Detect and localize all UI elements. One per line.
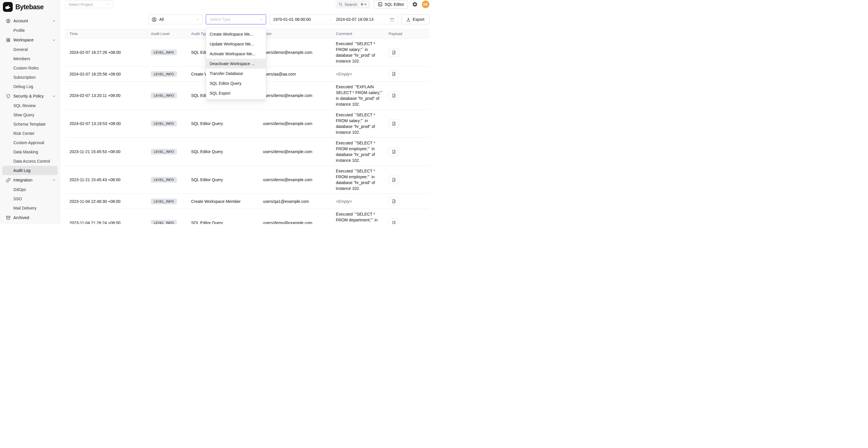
dropdown-option[interactable]: Activate Workspace Me... xyxy=(206,49,266,59)
file-text-icon xyxy=(392,72,396,76)
sidebar-item-label: Members xyxy=(13,57,30,61)
sidebar-item[interactable]: Subscription xyxy=(2,73,58,82)
sidebar-section-integration[interactable]: Integration xyxy=(0,175,60,185)
sidebar-section-archived[interactable]: Archived xyxy=(0,213,60,223)
col-comment: Comment xyxy=(336,29,389,38)
col-payload: Payload xyxy=(389,29,429,38)
user-avatar[interactable]: DE xyxy=(422,1,429,8)
dropdown-option[interactable]: Update Workspace Me... xyxy=(206,39,266,49)
file-text-icon xyxy=(392,221,396,224)
sidebar-item[interactable]: Audit Log xyxy=(2,166,58,175)
sidebar-item-label: Data Masking xyxy=(13,150,38,154)
payload-button[interactable] xyxy=(389,70,399,78)
comment-text: <Empty> xyxy=(336,71,384,77)
search-shortcut-badge: ⌘ K xyxy=(359,2,368,7)
comment-text: Executed `"EXPLAIN SELECT * FROM salary;… xyxy=(336,84,384,107)
sql-editor-button[interactable]: SQL Editor xyxy=(374,0,408,9)
sidebar-section-workspace[interactable]: Workspace xyxy=(0,35,60,45)
file-text-icon xyxy=(392,150,396,154)
settings-gear-icon[interactable] xyxy=(412,1,418,7)
type-filter-select[interactable]: Select Type xyxy=(206,14,266,24)
sidebar-item-label: Subscription xyxy=(13,75,36,79)
brand-home-link[interactable]: Bytebase xyxy=(0,0,60,14)
dropdown-option[interactable]: Create Workspace Me... xyxy=(206,29,266,39)
payload-button[interactable] xyxy=(389,91,399,100)
dropdown-option[interactable]: Transfer Database xyxy=(206,69,266,78)
sidebar-section-account[interactable]: Account xyxy=(0,16,60,26)
payload-button[interactable] xyxy=(389,176,399,184)
sidebar-item[interactable]: Custom Approval xyxy=(2,138,58,147)
actor-cell: users/demo@example.com xyxy=(263,82,336,110)
audit-level-cell: LEVEL_INFO xyxy=(151,110,191,138)
actor-cell: users/demo@example.com xyxy=(263,209,336,224)
sidebar-item[interactable]: SQL Review xyxy=(2,101,58,110)
shield-icon xyxy=(6,94,11,99)
col-time: Time xyxy=(65,29,151,38)
payload-button[interactable] xyxy=(389,48,399,57)
comment-cell: Executed `"SELECT * FROM employee;"` in … xyxy=(336,138,389,166)
sidebar-item[interactable]: Profile xyxy=(2,26,58,35)
time-cell: 2023-11-04 21:26:24 +08:00 xyxy=(65,209,151,224)
sidebar-item[interactable]: GitOps xyxy=(2,185,58,194)
audit-log-row: 2023-11-21 15:45:43 +08:00 LEVEL_INFO SQ… xyxy=(65,166,429,194)
time-cell: 2023-11-21 15:45:43 +08:00 xyxy=(65,166,151,194)
payload-button[interactable] xyxy=(389,219,399,224)
sidebar-item[interactable]: Data Masking xyxy=(2,147,58,157)
sidebar-item[interactable]: SSO xyxy=(2,194,58,203)
audit-level-badge: LEVEL_INFO xyxy=(151,198,177,204)
sidebar-item[interactable]: Data Access Control xyxy=(2,157,58,166)
section-label: Account xyxy=(13,19,50,23)
comment-cell: Executed `"SELECT * FROM salary;"` in da… xyxy=(336,38,389,67)
file-text-icon xyxy=(392,94,396,98)
actor-filter-select[interactable]: All xyxy=(148,14,203,24)
project-select[interactable]: Select Project xyxy=(65,1,113,8)
dropdown-option[interactable]: SQL Export xyxy=(206,88,266,98)
audit-level-badge: LEVEL_INFO xyxy=(151,71,177,77)
export-button[interactable]: Export xyxy=(401,14,429,24)
security-items: SQL Review Slow Query Schema Template Ri… xyxy=(0,101,60,175)
sidebar-nav: Account Profile Workspace xyxy=(0,14,60,223)
brand-name: Bytebase xyxy=(16,3,43,11)
date-range-picker[interactable]: 1970-01-01 08:00:00 → 2024-02-07 18:09:1… xyxy=(269,14,398,24)
actor-cell: users/demo@example.com xyxy=(263,110,336,138)
sidebar-item[interactable]: Debug Log xyxy=(2,82,58,91)
dropdown-option[interactable]: SQL Editor Query xyxy=(206,78,266,88)
chevron-down-icon xyxy=(52,19,56,23)
time-cell: 2023-11-21 15:45:53 +08:00 xyxy=(65,138,151,166)
arrow-right-icon: → xyxy=(327,17,336,22)
payload-cell xyxy=(389,110,429,138)
dropdown-option[interactable]: Deactivate Workspace ... xyxy=(206,59,266,69)
integration-items: GitOps SSO Mail Delivery xyxy=(0,185,60,213)
archive-box-icon xyxy=(6,215,11,220)
dropdown-option-label: Create Workspace Me... xyxy=(210,32,253,36)
dropdown-option-label: Update Workspace Me... xyxy=(210,42,254,46)
payload-cell xyxy=(389,67,429,82)
file-text-icon xyxy=(392,50,396,55)
payload-button[interactable] xyxy=(389,148,399,156)
sidebar-item-label: Profile xyxy=(13,28,25,33)
audit-level-badge: LEVEL_INFO xyxy=(151,50,177,55)
topbar: Select Project Search ⌘ K SQL xyxy=(60,0,434,9)
sidebar-item-label: GitOps xyxy=(13,187,26,192)
file-text-icon xyxy=(392,178,396,182)
sidebar-item[interactable]: General xyxy=(2,45,58,54)
sidebar-item[interactable]: Risk Center xyxy=(2,129,58,138)
actor-cell: users/aa@aa.com xyxy=(263,67,336,82)
audit-type-cell: SQL Editor Query xyxy=(191,166,263,194)
comment-text: Executed `"SELECT * FROM department;"` i… xyxy=(336,211,384,224)
sidebar-item[interactable]: Slow Query xyxy=(2,110,58,120)
search-button[interactable]: Search ⌘ K xyxy=(336,0,370,8)
sidebar-item[interactable]: Schema Template xyxy=(2,120,58,129)
sidebar-item[interactable]: Members xyxy=(2,54,58,63)
topbar-right: Search ⌘ K SQL Editor DE xyxy=(336,0,429,9)
sidebar-section-security[interactable]: Security & Policy xyxy=(0,91,60,101)
audit-level-cell: LEVEL_INFO xyxy=(151,138,191,166)
payload-button[interactable] xyxy=(389,120,399,128)
filter-bar: All Select Type 1970-01-01 08:00:00 → 20… xyxy=(60,14,434,24)
sidebar-item[interactable]: Mail Delivery xyxy=(2,203,58,213)
payload-button[interactable] xyxy=(389,197,399,205)
audit-level-cell: LEVEL_INFO xyxy=(151,194,191,209)
sidebar-item[interactable]: Custom Roles xyxy=(2,63,58,73)
time-cell: 2024-02-07 13:19:53 +08:00 xyxy=(65,110,151,138)
sidebar: Bytebase Account Profile xyxy=(0,0,60,224)
